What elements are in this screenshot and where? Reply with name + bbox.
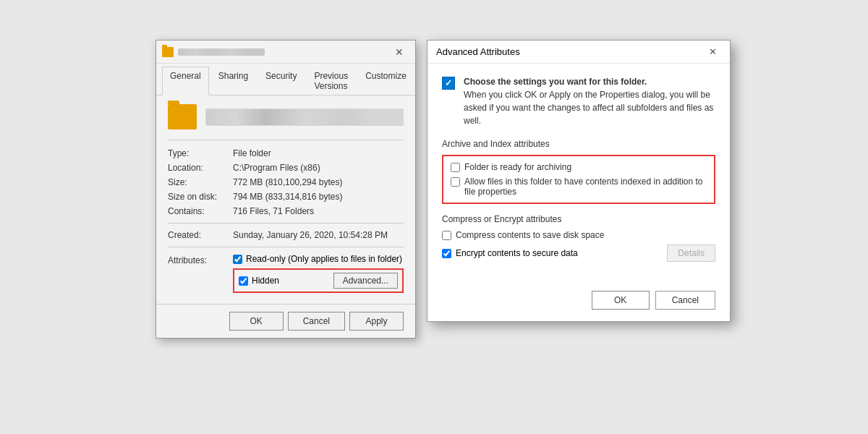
properties-close-button[interactable]: ✕ xyxy=(389,45,409,59)
archive-label: Folder is ready for archiving xyxy=(464,162,571,172)
details-button[interactable]: Details xyxy=(667,244,715,262)
properties-dialog: ✕ General Sharing Security Previous Vers… xyxy=(156,40,416,339)
archive-checkbox[interactable] xyxy=(451,163,460,172)
hidden-checkbox[interactable] xyxy=(239,276,248,286)
location-label: Location: xyxy=(168,163,233,173)
contains-label: Contains: xyxy=(168,206,233,216)
type-value: File folder xyxy=(233,148,404,158)
advanced-content: Choose the settings you want for this fo… xyxy=(427,64,730,284)
tabs-bar: General Sharing Security Previous Versio… xyxy=(156,64,415,95)
separator2 xyxy=(168,247,404,247)
compress-section-header: Compress or Encrypt attributes xyxy=(442,214,715,224)
tab-general[interactable]: General xyxy=(162,67,209,95)
tab-customize[interactable]: Customize xyxy=(357,67,414,95)
properties-content: Type: File folder Location: C:\Program F… xyxy=(156,95,415,304)
archive-checkbox-row: Folder is ready for archiving xyxy=(451,162,707,172)
index-label: Allow files in this folder to have conte… xyxy=(464,176,707,197)
size-on-disk-row: Size on disk: 794 MB (833,314,816 bytes) xyxy=(168,190,404,204)
hidden-checkbox-row: Hidden xyxy=(239,276,328,286)
advanced-titlebar: Advanced Attributes ✕ xyxy=(427,41,730,64)
choose-text: Choose the settings you want for this fo… xyxy=(464,75,715,127)
advanced-close-button[interactable]: ✕ xyxy=(704,45,721,59)
size-on-disk-value: 794 MB (833,314,816 bytes) xyxy=(233,192,404,202)
location-value: C:\Program Files (x86) xyxy=(233,163,404,173)
hidden-label: Hidden xyxy=(252,276,279,286)
compress-checkbox[interactable] xyxy=(442,231,451,240)
archive-section: Folder is ready for archiving Allow file… xyxy=(442,155,715,204)
compress-checkbox-row: Compress contents to save disk space xyxy=(442,230,715,240)
created-value: Sunday, January 26, 2020, 10:54:28 PM xyxy=(233,230,404,240)
advanced-button[interactable]: Advanced... xyxy=(333,273,398,289)
contains-row: Contains: 716 Files, 71 Folders xyxy=(168,204,404,218)
index-checkbox-row: Allow files in this folder to have conte… xyxy=(451,176,707,197)
size-row: Size: 772 MB (810,100,294 bytes) xyxy=(168,175,404,190)
archive-section-header: Archive and Index attributes xyxy=(442,139,715,149)
choose-settings-row: Choose the settings you want for this fo… xyxy=(442,75,715,127)
properties-cancel-button[interactable]: Cancel xyxy=(288,312,345,331)
tab-sharing[interactable]: Sharing xyxy=(210,67,256,95)
attributes-checkboxes: Read-only (Only applies to files in fold… xyxy=(233,254,404,293)
title-blurred xyxy=(178,48,265,56)
readonly-checkbox[interactable] xyxy=(233,255,242,264)
titlebar-left xyxy=(162,47,265,57)
contains-value: 716 Files, 71 Folders xyxy=(233,206,404,216)
readonly-row: Read-only (Only applies to files in fold… xyxy=(233,254,404,264)
advanced-attributes-dialog: Advanced Attributes ✕ Choose the setting… xyxy=(427,40,731,322)
advanced-title: Advanced Attributes xyxy=(436,46,520,57)
created-row: Created: Sunday, January 26, 2020, 10:54… xyxy=(168,228,404,242)
size-on-disk-label: Size on disk: xyxy=(168,192,233,202)
properties-apply-button[interactable]: Apply xyxy=(349,312,404,331)
readonly-label: Read-only (Only applies to files in fold… xyxy=(246,254,402,264)
size-value: 772 MB (810,100,294 bytes) xyxy=(233,177,404,187)
properties-ok-button[interactable]: OK xyxy=(229,312,284,331)
separator xyxy=(168,223,404,224)
index-checkbox[interactable] xyxy=(451,177,460,187)
folder-info-row xyxy=(168,104,404,129)
hidden-advanced-section: Hidden Advanced... xyxy=(233,268,404,293)
folder-icon-large xyxy=(168,104,197,129)
compress-label: Compress contents to save disk space xyxy=(456,230,604,240)
folder-icon-small xyxy=(162,47,174,57)
type-label: Type: xyxy=(168,148,233,158)
encrypt-checkbox[interactable] xyxy=(442,249,451,258)
encrypt-row: Encrypt contents to secure data Details xyxy=(442,244,715,262)
properties-titlebar: ✕ xyxy=(156,41,415,64)
encrypt-left: Encrypt contents to secure data xyxy=(442,248,578,258)
tab-previous-versions[interactable]: Previous Versions xyxy=(306,67,356,95)
encrypt-label: Encrypt contents to secure data xyxy=(456,248,578,258)
size-label: Size: xyxy=(168,177,233,187)
advanced-footer: OK Cancel xyxy=(427,284,730,321)
created-label: Created: xyxy=(168,230,233,240)
compress-section: Compress or Encrypt attributes Compress … xyxy=(442,214,715,262)
attributes-row: Attributes: Read-only (Only applies to f… xyxy=(168,252,404,295)
advanced-cancel-button[interactable]: Cancel xyxy=(655,291,715,310)
properties-footer: OK Cancel Apply xyxy=(156,304,415,338)
location-row: Location: C:\Program Files (x86) xyxy=(168,161,404,175)
type-row: Type: File folder xyxy=(168,146,404,161)
tab-security[interactable]: Security xyxy=(258,67,305,95)
properties-table: Type: File folder Location: C:\Program F… xyxy=(168,140,404,295)
choose-checkbox xyxy=(442,77,455,90)
attributes-label: Attributes: xyxy=(168,254,233,265)
folder-name-field xyxy=(205,109,404,126)
advanced-ok-button[interactable]: OK xyxy=(592,291,650,310)
